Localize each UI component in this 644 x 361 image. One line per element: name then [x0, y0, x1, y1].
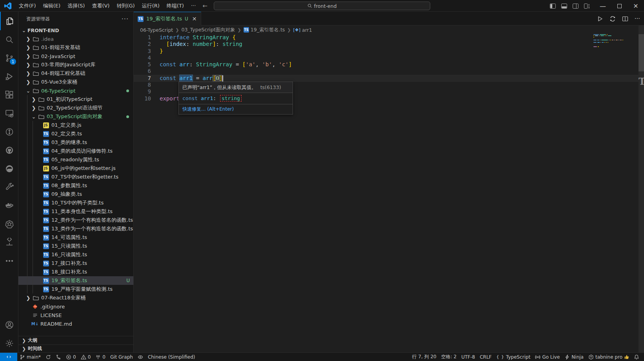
minimize-button[interactable]: — — [595, 0, 611, 12]
close-window-button[interactable]: ✕ — [628, 0, 644, 12]
tree-file-10_TS中的鸭子类型.ts[interactable]: TS10_TS中的鸭子类型.ts — [18, 199, 134, 207]
tree-file-01_定义类.js[interactable]: JS01_定义类.js — [18, 121, 134, 129]
notifications[interactable] — [631, 353, 642, 361]
settings-icon[interactable] — [0, 334, 18, 352]
milestone-icon[interactable] — [0, 233, 18, 252]
minimap[interactable] — [593, 34, 633, 47]
nav-back-icon[interactable]: ← — [199, 2, 211, 9]
remote-explorer-icon[interactable] — [0, 104, 18, 122]
language-mode[interactable]: { }TypeScript — [494, 353, 533, 361]
sync-changes[interactable] — [43, 353, 53, 361]
breadcrumb-item-06-TypeScript[interactable]: 06-TypeScript — [140, 27, 173, 33]
menu-more[interactable]: ··· — [187, 2, 199, 10]
git-actions[interactable] — [53, 353, 64, 361]
tree-file-18_接口补充.ts[interactable]: TS18_接口补充.ts — [18, 268, 134, 276]
menu-运行[interactable]: 运行(R) — [138, 2, 163, 10]
tree-file-17_接口补充.ts[interactable]: TS17_接口补充.ts — [18, 259, 134, 268]
ninja[interactable]: Ninja — [562, 353, 586, 361]
tree-file-.gitignore[interactable]: .gitignore — [18, 302, 134, 311]
tools-icon[interactable] — [0, 178, 18, 196]
tree-file-06_js中的getter和setter.js[interactable]: JS06_js中的getter和setter.js — [18, 164, 134, 173]
menu-查看[interactable]: 查看(V) — [88, 2, 113, 10]
explorer-icon[interactable] — [0, 12, 18, 30]
code-line-3[interactable]: 3} — [134, 48, 644, 55]
outline-section[interactable]: ❯大纲 — [18, 336, 134, 345]
code-line-2[interactable]: 2 [index: number]: string — [134, 41, 644, 47]
scrollbar-thumb[interactable] — [639, 34, 644, 71]
tree-file-09_抽象类.ts[interactable]: TS09_抽象类.ts — [18, 190, 134, 199]
tree-file-LICENSE[interactable]: LICENSE — [18, 311, 134, 319]
menu-终端[interactable]: 终端(T) — [163, 2, 187, 10]
gitlens-icon[interactable] — [0, 122, 18, 141]
run-file-icon[interactable] — [597, 16, 603, 22]
code-line-6[interactable]: 6 — [134, 68, 644, 75]
editor-scrollbar[interactable]: T — [639, 26, 644, 352]
indentation[interactable]: 空格: 2 — [439, 353, 459, 361]
toggle-sidebar-icon[interactable] — [550, 4, 556, 9]
tree-folder-02-JavaScript[interactable]: ❯02-JavaScript — [18, 52, 134, 60]
tabnine[interactable]: tabnine pro — [586, 353, 631, 361]
sidebar-more-actions-icon[interactable]: ··· — [122, 15, 129, 23]
tree-file-15_只读属性.ts[interactable]: TS15_只读属性.ts — [18, 242, 134, 250]
menu-文件[interactable]: 文件(F) — [15, 2, 40, 10]
tree-file-13_类作为一个有构造签名的函数.ts[interactable]: TS13_类作为一个有构造签名的函数.ts — [18, 224, 134, 233]
tree-file-README.md[interactable]: M↓README.md — [18, 319, 134, 328]
code-area[interactable]: 1interface StringArray {2 [index: number… — [134, 34, 644, 352]
tree-file-03_类的继承.ts[interactable]: TS03_类的继承.ts — [18, 138, 134, 147]
code-line-5[interactable]: 5const arr: StringArray = ['a', 'b', 'c'… — [134, 61, 644, 68]
tree-folder-.idea[interactable]: ❯.idea — [18, 35, 134, 43]
code-line-7[interactable]: 7const arr1 = arr[0] — [134, 75, 644, 82]
command-center-search[interactable]: front-end — [214, 2, 430, 10]
tree-file-16_只读属性.ts[interactable]: TS16_只读属性.ts — [18, 250, 134, 259]
ports[interactable]: 0 — [93, 353, 108, 361]
menu-转到[interactable]: 转到(G) — [113, 2, 138, 10]
errors[interactable]: 0 — [64, 353, 78, 361]
split-editor-icon[interactable] — [622, 16, 628, 22]
tree-file-04_类的成员访问修饰符.ts[interactable]: TS04_类的成员访问修饰符.ts — [18, 147, 134, 155]
warnings[interactable]: 0 — [78, 353, 93, 361]
tree-folder-04-前端工程化基础[interactable]: ❯04-前端工程化基础 — [18, 69, 134, 78]
more-icon[interactable] — [0, 252, 18, 270]
tab-19-索引签名[interactable]: TS 19_索引签名.ts U ✕ — [134, 12, 201, 26]
tree-file-08_参数属性.ts[interactable]: TS08_参数属性.ts — [18, 181, 134, 190]
tree-folder-02_TypeScript语法细节[interactable]: ❯02_TypeScript语法细节 — [18, 104, 134, 112]
code-line-1[interactable]: 1interface StringArray { — [134, 34, 644, 41]
encoding[interactable]: UTF-8 — [459, 353, 477, 361]
go-live[interactable]: Go Live — [533, 353, 562, 361]
tree-file-19_索引签名.ts[interactable]: TS19_索引签名.tsU — [18, 276, 134, 285]
timeline-section[interactable]: ❯时间线 — [18, 345, 134, 352]
code-line-4[interactable]: 4 — [134, 55, 644, 61]
tree-file-07_TS中的setter和getter.ts[interactable]: TS07_TS中的setter和getter.ts — [18, 173, 134, 181]
menu-选择[interactable]: 选择(S) — [64, 2, 88, 10]
tree-folder-03-常用的JavaScript库[interactable]: ❯03-常用的JavaScript库 — [18, 60, 134, 69]
tree-folder-FRONT-END[interactable]: ⌄FRONT-END — [18, 26, 134, 35]
github-icon[interactable] — [0, 141, 18, 159]
git-branch[interactable]: main* — [17, 353, 43, 361]
sync-compare-icon[interactable] — [609, 16, 616, 22]
tree-file-02_定义类.ts[interactable]: TS02_定义类.ts — [18, 129, 134, 138]
cursor-position[interactable]: 行 7, 列 20 — [410, 353, 439, 361]
tree-folder-06-TypeScript[interactable]: ⌄06-TypeScript — [18, 86, 134, 95]
tree-folder-01-前端开发基础[interactable]: ❯01-前端开发基础 — [18, 43, 134, 52]
tree-file-14_可选属性.ts[interactable]: TS14_可选属性.ts — [18, 233, 134, 242]
tree-folder-03_TypeScript面向对象[interactable]: ⌄03_TypeScript面向对象 — [18, 112, 134, 121]
breadcrumb-item-19_索引签名.ts[interactable]: TS19_索引签名.ts — [244, 27, 285, 33]
docker-icon[interactable] — [0, 196, 18, 215]
tree-folder-01_初识TypeScript[interactable]: ❯01_初识TypeScript — [18, 95, 134, 104]
run-debug-icon[interactable] — [0, 67, 18, 86]
quick-fix-link[interactable]: 快速修复... (Alt+Enter) — [179, 104, 293, 114]
toggle-panel-icon[interactable] — [561, 4, 567, 9]
account-icon[interactable] — [0, 315, 18, 334]
editor-more-actions-icon[interactable]: ··· — [635, 15, 640, 22]
remote-indicator[interactable] — [0, 353, 17, 361]
tree-folder-05-Vue3全家桶[interactable]: ❯05-Vue3全家桶 — [18, 78, 134, 86]
breadcrumb-item-arr1[interactable]: [❖]arr1 — [293, 27, 312, 33]
tree-file-19_严格字面量赋值检测.ts[interactable]: TS19_严格字面量赋值检测.ts — [18, 285, 134, 294]
language-pack[interactable]: Chinese (Simplified) — [146, 353, 198, 361]
preview-toggle[interactable] — [135, 353, 146, 361]
tree-file-05_readonly属性.ts[interactable]: TS05_readonly属性.ts — [18, 155, 134, 164]
extensions-icon[interactable] — [0, 86, 18, 104]
customize-layout-icon[interactable] — [584, 4, 590, 9]
maximize-button[interactable] — [611, 0, 628, 12]
tree-file-11_类本身也是一种类型.ts[interactable]: TS11_类本身也是一种类型.ts — [18, 207, 134, 216]
